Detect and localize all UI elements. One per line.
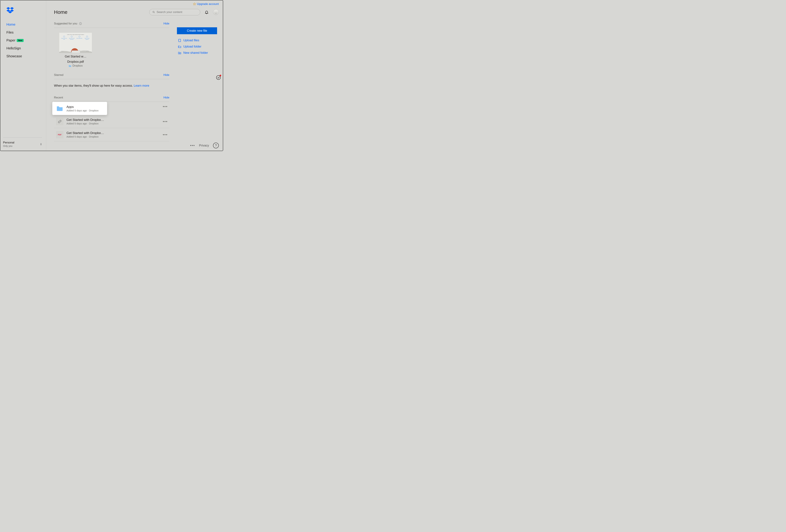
svg-point-5 [153, 11, 154, 13]
privacy-link[interactable]: Privacy [199, 144, 209, 147]
recent-name: Get Started with Dropbo… [66, 118, 104, 122]
topbar: Upgrade account [193, 2, 219, 6]
bell-icon[interactable] [205, 10, 209, 14]
section-label: Suggested for you [54, 22, 77, 25]
recent-meta: Added 5 days ago · Dropbox [66, 135, 104, 138]
more-icon[interactable]: ••• [163, 104, 168, 109]
shared-folder-icon [178, 51, 181, 55]
account-label: Personal [3, 141, 14, 144]
recent-meta: Added 5 days ago · Dropbox [66, 122, 104, 125]
actions-panel: Create new file Upload files Upload fold… [177, 27, 217, 56]
sidebar-item-label: Paper [6, 39, 15, 42]
svg-point-8 [80, 23, 80, 23]
new-badge: New [17, 39, 24, 42]
starred-empty-msg: When you star items, they'll show up her… [54, 79, 169, 95]
create-new-file-button[interactable]: Create new file [177, 27, 217, 34]
svg-rect-10 [72, 51, 80, 53]
sidebar-item-hellosign[interactable]: HelloSign [6, 44, 46, 52]
dropbox-logo[interactable] [6, 7, 46, 14]
star-icon [193, 2, 196, 5]
folder-icon [56, 105, 64, 112]
footer-bar: ••• Privacy ? [190, 143, 219, 148]
sidebar-account-switcher[interactable]: Personal Only you ▲▼ [3, 137, 42, 147]
sidebar-item-label: Showcase [6, 54, 22, 58]
upload-file-icon [178, 39, 181, 42]
svg-marker-1 [10, 7, 14, 9]
search-input-wrap[interactable] [149, 9, 200, 15]
sidebar-item-label: HelloSign [6, 46, 21, 50]
new-shared-folder-link[interactable]: New shared folder [177, 50, 217, 56]
sidebar-item-label: Files [6, 30, 14, 34]
account-sub: Only you [3, 145, 14, 147]
upgrade-account-link[interactable]: Upgrade account [193, 2, 219, 6]
header: Home ·‿· [54, 8, 219, 17]
section-recent-head: Recent Hide [54, 95, 169, 102]
upgrade-label: Upgrade account [197, 2, 219, 6]
sync-status-icon[interactable] [216, 74, 221, 80]
upload-folder-link[interactable]: Upload folder [177, 44, 217, 50]
recent-meta: Added 5 days ago · Dropbox [66, 109, 98, 112]
learn-more-link[interactable]: Learn more [134, 84, 149, 87]
sidebar: Home Files Paper New HelloSign Showcase … [0, 0, 46, 151]
section-label: Starred [54, 73, 64, 77]
file-thumbnail: Learn how to get started with Dropbox Ke… [59, 32, 92, 53]
section-starred-head: Starred Hide [54, 72, 169, 79]
svg-rect-11 [179, 39, 181, 42]
link-icon [56, 118, 64, 125]
search-icon [153, 11, 155, 14]
suggested-file-name2: Dropbox.pdf [59, 60, 92, 64]
svg-point-14 [216, 75, 221, 79]
more-icon[interactable]: ••• [163, 119, 168, 124]
help-icon[interactable]: ? [213, 143, 219, 148]
avatar[interactable]: ·‿· [213, 9, 219, 15]
info-icon[interactable] [79, 22, 82, 25]
sidebar-item-label: Home [6, 23, 15, 26]
upload-folder-icon [178, 45, 181, 48]
section-suggested-head: Suggested for you Hide [54, 21, 169, 28]
hide-starred[interactable]: Hide [163, 73, 169, 77]
recent-name: Get Started with Dropbo… [66, 131, 104, 135]
main: Suggested for you Hide Learn how to get … [54, 21, 169, 141]
more-icon[interactable]: ••• [163, 132, 168, 137]
sidebar-item-home[interactable]: Home [6, 21, 46, 28]
suggested-file-loc: Dropbox [59, 64, 92, 67]
search-input[interactable] [157, 10, 197, 14]
section-label: Recent [54, 96, 63, 99]
illustration-icon [59, 47, 92, 53]
recent-item[interactable]: Get Started with Dropbo… Added 5 days ag… [54, 115, 169, 128]
hide-recent[interactable]: Hide [163, 96, 169, 99]
folder-icon [68, 65, 71, 67]
recent-item[interactable]: Apps Added 5 days ago · Dropbox [52, 102, 107, 115]
svg-rect-9 [80, 23, 80, 24]
more-icon[interactable]: ••• [190, 143, 195, 148]
svg-line-6 [154, 13, 155, 13]
svg-marker-0 [6, 7, 10, 9]
sidebar-item-paper[interactable]: Paper New [6, 37, 46, 44]
page-title: Home [54, 9, 67, 15]
pdf-icon: PDF [56, 131, 64, 138]
suggested-card[interactable]: Learn how to get started with Dropbox Ke… [59, 32, 92, 67]
suggested-file-name: Get Started w… [59, 55, 92, 58]
sidebar-item-files[interactable]: Files [6, 28, 46, 37]
upload-files-link[interactable]: Upload files [177, 37, 217, 44]
sidebar-item-showcase[interactable]: Showcase [6, 52, 46, 60]
recent-item[interactable]: PDF Get Started with Dropbo… Added 5 day… [54, 128, 169, 141]
recent-name: Apps [66, 105, 98, 109]
chevron-updown-icon: ▲▼ [40, 143, 42, 145]
hide-suggested[interactable]: Hide [163, 22, 169, 25]
